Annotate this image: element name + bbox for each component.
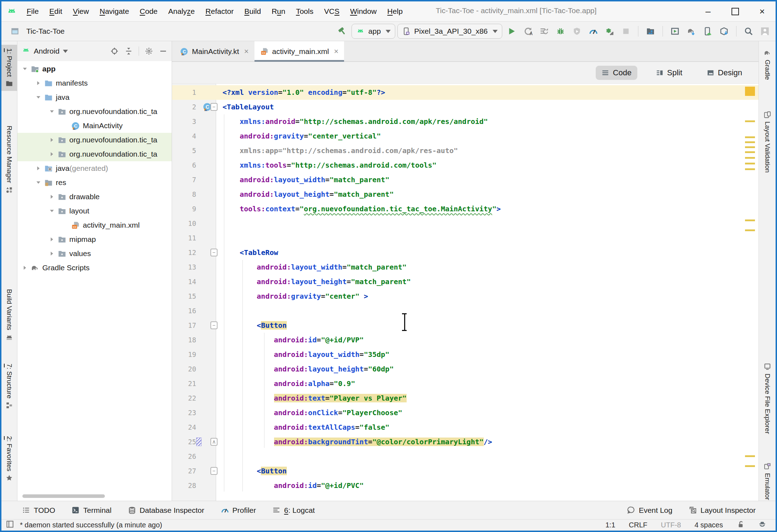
chevron-right-icon[interactable] <box>20 264 30 271</box>
tree-row-activity-main-xml[interactable]: <>activity_main.xml <box>17 218 172 232</box>
project-breadcrumb[interactable]: Tic-Tac-Toe <box>8 24 65 38</box>
close-button[interactable]: × <box>749 1 776 21</box>
tree-row-res[interactable]: res <box>17 175 172 190</box>
tree-row-org-nuevofoundation-tic-ta[interactable]: org.nuevofoundation.tic_ta <box>17 133 172 147</box>
minimize-button[interactable]: – <box>695 1 722 21</box>
profile-app-button[interactable] <box>602 24 617 38</box>
menu-build[interactable]: Build <box>240 6 265 17</box>
fold-end-marker[interactable]: ∧ <box>210 438 218 446</box>
tree-row-mipmap[interactable]: mipmap <box>17 232 172 246</box>
caret-position[interactable]: 1:1 <box>605 521 615 529</box>
chevron-down-icon[interactable] <box>34 94 43 101</box>
tree-row-mainactivity[interactable]: CMainActivity <box>17 119 172 133</box>
menu-code[interactable]: Code <box>136 6 161 17</box>
chevron-down-icon[interactable] <box>20 65 30 72</box>
run-button[interactable] <box>504 24 519 38</box>
code-editor[interactable]: 1<?xml version="1.0" encoding="utf-8"?>2… <box>172 84 759 501</box>
close-icon[interactable]: × <box>244 47 249 56</box>
search-everywhere-button[interactable] <box>741 24 756 38</box>
gear-icon[interactable] <box>145 47 153 55</box>
sdk-manager-button[interactable] <box>717 24 731 38</box>
run-config-select[interactable]: app <box>352 24 395 39</box>
build-hammer-button[interactable] <box>335 24 349 38</box>
device-manager-button[interactable] <box>701 24 715 38</box>
editor-tab-activity-main-xml[interactable]: <>activity_main.xml× <box>254 41 344 61</box>
chevron-right-icon[interactable] <box>47 136 57 143</box>
menu-analyze[interactable]: Analyze <box>164 6 199 17</box>
tree-row-org-nuevofoundation-tic-ta[interactable]: org.nuevofoundation.tic_ta <box>17 147 172 161</box>
tree-row-java[interactable]: java (generated) <box>17 161 172 175</box>
warning-stripe-mark[interactable] <box>745 136 755 138</box>
device-select[interactable]: Pixel_3a_API_30_x86 <box>397 24 502 39</box>
apply-changes-restart-button[interactable]: A <box>521 24 535 38</box>
tree-row-org-nuevofoundation-tic-ta[interactable]: org.nuevofoundation.tic_ta <box>17 104 172 119</box>
tree-row-java[interactable]: java <box>17 90 172 104</box>
collapse-all-icon[interactable] <box>124 47 133 55</box>
stripe-tab-resource-manager[interactable]: Resource Manager <box>1 122 17 197</box>
line-ending-indicator[interactable]: CRLF <box>629 521 647 529</box>
menu-run[interactable]: Run <box>268 6 289 17</box>
tree-row-layout[interactable]: layout <box>17 204 172 218</box>
locate-file-icon[interactable] <box>110 47 119 55</box>
menu-edit[interactable]: Edit <box>45 6 66 17</box>
project-view-mode[interactable]: Android <box>34 47 59 55</box>
warning-stripe-mark[interactable] <box>745 163 755 164</box>
close-icon[interactable]: × <box>334 47 338 56</box>
view-mode-code[interactable]: Code <box>596 66 637 80</box>
project-structure-button[interactable] <box>643 24 658 38</box>
apply-code-changes-button[interactable] <box>537 24 551 38</box>
chevron-right-icon[interactable] <box>47 236 57 243</box>
tree-row-drawable[interactable]: drawable <box>17 190 172 204</box>
profiler-button[interactable] <box>586 24 600 38</box>
lock-open-icon[interactable] <box>736 520 745 530</box>
menu-refactor[interactable]: Refactor <box>202 6 237 17</box>
warning-stripe-mark[interactable] <box>745 455 755 457</box>
encoding-indicator[interactable]: UTF-8 <box>661 521 681 529</box>
chevron-right-icon[interactable] <box>47 250 57 257</box>
warning-stripe-mark[interactable] <box>745 157 755 159</box>
indent-indicator[interactable]: 4 spaces <box>695 521 723 529</box>
face-with-hat-icon[interactable] <box>758 520 766 530</box>
tool-window-button-event-log[interactable]: Event Log <box>627 506 672 515</box>
tool-window-button-layout-inspector[interactable]: Layout Inspector <box>689 506 756 515</box>
chevron-right-icon[interactable] <box>47 151 57 158</box>
stripe-tab-7-structure[interactable]: 7: Structure <box>1 360 17 413</box>
warning-stripe-mark[interactable] <box>745 465 755 467</box>
view-mode-design[interactable]: Design <box>701 66 748 80</box>
menu-navigate[interactable]: Navigate <box>96 6 133 17</box>
warning-stripe-mark[interactable] <box>745 151 755 153</box>
fold-start-marker[interactable]: − <box>210 321 218 329</box>
fold-start-marker[interactable]: − <box>210 467 218 475</box>
stop-button[interactable] <box>619 24 633 38</box>
warning-stripe-mark[interactable] <box>745 120 755 122</box>
fold-start-marker[interactable]: − <box>210 249 218 256</box>
menu-tools[interactable]: Tools <box>292 6 317 17</box>
stripe-tab-build-variants[interactable]: Build Variants <box>1 286 17 344</box>
warning-stripe-mark[interactable] <box>745 219 755 221</box>
tree-row-manifests[interactable]: manifests <box>17 76 172 90</box>
fold-start-marker[interactable]: − <box>210 103 218 111</box>
menu-view[interactable]: View <box>69 6 93 17</box>
chevron-right-icon[interactable] <box>34 80 43 87</box>
chevron-right-icon[interactable] <box>47 193 57 200</box>
profile-avatar[interactable] <box>758 24 772 38</box>
stripe-tab-emulator[interactable]: Emulator <box>759 459 776 504</box>
tool-window-button-6-logcat[interactable]: 6: Logcat <box>272 506 315 515</box>
tool-window-button-database-inspector[interactable]: Database Inspector <box>128 506 204 515</box>
tool-window-button-profiler[interactable]: Profiler <box>221 506 256 515</box>
menu-window[interactable]: Window <box>346 6 381 17</box>
warning-stripe-mark[interactable] <box>745 146 755 148</box>
tree-row-app[interactable]: app <box>17 62 172 76</box>
gradle-sync-button[interactable] <box>684 24 698 38</box>
chevron-down-icon[interactable] <box>34 179 43 186</box>
hide-panel-icon[interactable] <box>159 47 167 55</box>
attach-debugger-button[interactable] <box>570 24 584 38</box>
debug-button[interactable] <box>553 24 568 38</box>
warning-stripe-mark[interactable] <box>745 87 755 96</box>
chevron-down-icon[interactable] <box>47 207 57 215</box>
menu-file[interactable]: File <box>23 6 43 17</box>
warning-stripe-mark[interactable] <box>745 141 755 143</box>
tree-row-gradle-scripts[interactable]: Gradle Scripts <box>17 261 172 275</box>
tree-row-values[interactable]: values <box>17 246 172 261</box>
tool-window-toggle-icon[interactable] <box>6 520 14 530</box>
